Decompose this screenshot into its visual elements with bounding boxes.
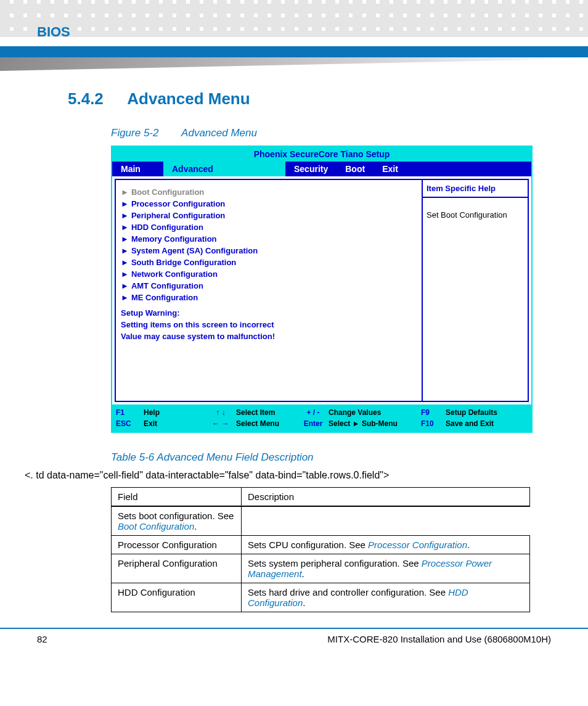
figure-title: Advanced Menu xyxy=(181,127,257,139)
setup-warning-line1: Setting items on this screen to incorrec… xyxy=(121,319,417,330)
setup-warning-line2: Value may cause system to malfunction! xyxy=(121,330,417,342)
legend-select-sub: Select ► Sub-Menu xyxy=(329,419,421,428)
legend-key-enter: Enter xyxy=(298,419,329,428)
legend-save-exit: Save and Exit xyxy=(446,419,507,428)
submenu-arrow-icon: ► xyxy=(121,187,129,197)
menu-item-memory-config[interactable]: ►Memory Configuration xyxy=(121,233,417,245)
cell-description: Sets system peripheral configuration. Se… xyxy=(242,554,530,583)
section-title: Advanced Menu xyxy=(127,89,250,108)
legend-key-f1: F1 xyxy=(116,408,144,417)
submenu-arrow-icon: ► xyxy=(121,258,129,267)
tab-advanced[interactable]: Advanced xyxy=(163,162,285,176)
table-row: Processor Configuration Sets CPU configu… xyxy=(112,536,530,554)
tab-security[interactable]: Security xyxy=(285,162,337,176)
field-description-table: Field Description Sets boot configuratio… xyxy=(111,487,530,612)
table-caption: Table 5-6 Advanced Menu Field Descriptio… xyxy=(111,451,563,464)
menu-item-hdd-config[interactable]: ►HDD Configuration xyxy=(121,221,417,233)
bios-menu-list: ►Boot Configuration ►Processor Configura… xyxy=(115,179,422,402)
legend-key-esc: ESC xyxy=(116,419,144,428)
menu-item-me-config[interactable]: ►ME Configuration xyxy=(121,292,417,303)
menu-item-processor-config[interactable]: ►Processor Configuration xyxy=(121,198,417,210)
table-row: HDD Configuration Sets hard drive and co… xyxy=(112,583,530,612)
table-row: Peripheral Configuration Sets system per… xyxy=(112,554,530,583)
document-title: MITX-CORE-820 Installation and Use (6806… xyxy=(327,634,551,644)
cell-field: Processor Configuration xyxy=(112,536,242,554)
bios-screenshot: Phoenix SecureCore Tiano Setup Main Adva… xyxy=(111,146,533,433)
figure-label: Figure 5-2 xyxy=(111,127,179,139)
figure-caption: Figure 5-2 Advanced Menu xyxy=(111,127,563,139)
submenu-arrow-icon: ► xyxy=(121,211,129,220)
table-header-description: Description xyxy=(242,488,530,507)
header-decoration: BIOS xyxy=(0,0,588,37)
legend-select-menu: Select Menu xyxy=(236,419,298,428)
menu-item-southbridge-config[interactable]: ►South Bridge Configuration xyxy=(121,257,417,268)
gray-wedge xyxy=(0,57,588,71)
table-header-field: Field xyxy=(112,488,242,507)
section-heading: 5.4.2 Advanced Menu xyxy=(68,89,563,109)
bios-title-bar: Phoenix SecureCore Tiano Setup xyxy=(112,147,531,162)
bios-key-legend: F1 Help ↑ ↓ Select Item + / - Change Val… xyxy=(112,404,531,432)
link-processor-configuration[interactable]: Processor Configuration xyxy=(368,540,467,550)
page-number: 82 xyxy=(37,634,47,644)
submenu-arrow-icon: ► xyxy=(121,234,129,244)
bios-help-pane: Item Specific Help Set Boot Configuratio… xyxy=(422,179,529,402)
tab-main[interactable]: Main xyxy=(112,162,163,176)
cell-description: Sets hard drive and controller configura… xyxy=(242,583,530,612)
setup-warning-title: Setup Warning: xyxy=(121,307,417,319)
cell-description: Sets boot configuration. See Boot Config… xyxy=(112,506,242,536)
submenu-arrow-icon: ► xyxy=(121,293,129,302)
page-footer: 82 MITX-CORE-820 Installation and Use (6… xyxy=(25,629,563,644)
table-row: Sets boot configuration. See Boot Config… xyxy=(112,506,530,536)
cell-description: Sets CPU configuration. See Processor Co… xyxy=(242,536,530,554)
link-boot-configuration[interactable]: Boot Configuration xyxy=(118,521,194,532)
legend-key-f9: F9 xyxy=(421,408,446,417)
menu-item-peripheral-config[interactable]: ►Peripheral Configuration xyxy=(121,210,417,221)
legend-arrows-v-icon: ↑ ↓ xyxy=(205,408,236,417)
legend-arrows-h-icon: ← → xyxy=(205,419,236,428)
menu-item-boot-config[interactable]: ►Boot Configuration xyxy=(121,186,417,198)
menu-item-amt-config[interactable]: ►AMT Configuration xyxy=(121,280,417,292)
blue-bar xyxy=(0,46,588,57)
menu-item-network-config[interactable]: ►Network Configuration xyxy=(121,268,417,280)
tab-boot[interactable]: Boot xyxy=(337,162,374,176)
help-pane-title: Item Specific Help xyxy=(423,180,528,198)
legend-help: Help xyxy=(144,408,205,417)
legend-plusminus: + / - xyxy=(298,408,329,417)
cell-field: Peripheral Configuration xyxy=(112,554,242,583)
submenu-arrow-icon: ► xyxy=(121,199,129,208)
tab-exit[interactable]: Exit xyxy=(374,162,407,176)
submenu-arrow-icon: ► xyxy=(121,246,129,255)
help-pane-body: Set Boot Configuration xyxy=(423,198,528,232)
menu-item-sa-config[interactable]: ►System Agent (SA) Configuration xyxy=(121,245,417,257)
submenu-arrow-icon: ► xyxy=(121,223,129,232)
legend-select-item: Select Item xyxy=(236,408,298,417)
legend-change-values: Change Values xyxy=(329,408,421,417)
legend-key-f10: F10 xyxy=(421,419,446,428)
chapter-title: BIOS xyxy=(37,24,70,40)
cell-field: HDD Configuration xyxy=(112,583,242,612)
section-number: 5.4.2 xyxy=(68,89,123,109)
submenu-arrow-icon: ► xyxy=(121,281,129,290)
bios-tabs: Main Advanced Security Boot Exit xyxy=(112,162,531,176)
legend-exit: Exit xyxy=(144,419,205,428)
submenu-arrow-icon: ► xyxy=(121,269,129,279)
legend-setup-defaults: Setup Defaults xyxy=(446,408,507,417)
